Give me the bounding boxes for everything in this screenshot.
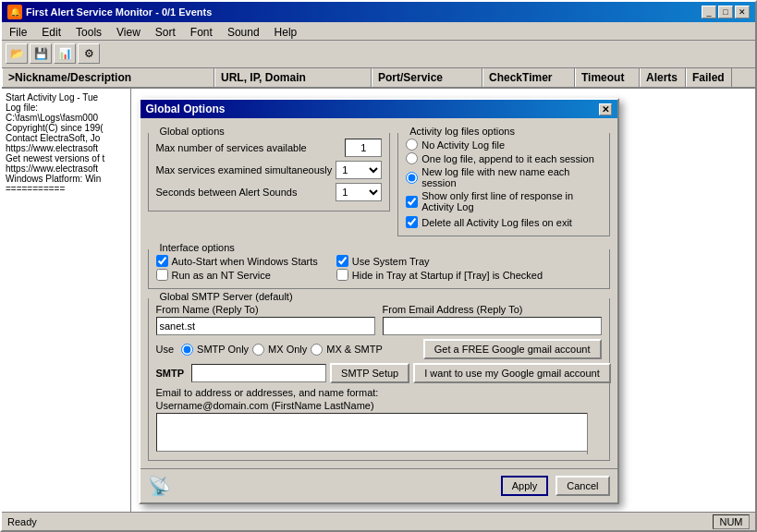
radio-no-log-input[interactable]	[406, 139, 418, 151]
menu-tools[interactable]: Tools	[68, 24, 109, 38]
status-bar: Ready NUM	[2, 512, 755, 530]
from-email-label: From Email Address (Reply To)	[383, 304, 602, 315]
smtp-label: SMTP	[156, 368, 185, 379]
get-gmail-button[interactable]: Get a FREE Google gmail account	[423, 339, 602, 359]
menu-sound[interactable]: Sound	[220, 24, 267, 38]
seconds-alert-label: Seconds between Alert Sounds	[156, 187, 333, 198]
from-name-input[interactable]	[156, 317, 375, 335]
use-label: Use	[156, 344, 175, 355]
activity-log-group: Activity log files options No Activity L…	[397, 126, 609, 236]
dialog-body: Global options Max number of services av…	[140, 118, 617, 468]
menu-font[interactable]: Font	[183, 24, 220, 38]
radio-one-log-input[interactable]	[406, 152, 418, 164]
global-options-label: Global options	[156, 126, 228, 137]
menu-help[interactable]: Help	[267, 24, 305, 38]
col-check: CheckTimer	[482, 68, 575, 87]
toolbar-btn-1[interactable]: 📂	[6, 43, 28, 64]
dialog-close-button[interactable]: ✕	[599, 103, 612, 115]
interface-left: Auto-Start when Windows Starts Run as an…	[156, 255, 318, 283]
dialog-footer: 📡 Apply Cancel	[140, 468, 617, 502]
toolbar-btn-2[interactable]: 💾	[30, 43, 52, 64]
nt-service-check[interactable]	[156, 269, 168, 281]
max-services-input[interactable]	[345, 139, 382, 157]
toolbar-btn-3[interactable]: 📊	[54, 43, 76, 64]
minimize-button[interactable]: _	[702, 6, 716, 18]
menu-edit[interactable]: Edit	[34, 24, 68, 38]
email-scrollbar[interactable]	[587, 413, 602, 454]
mx-only-radio[interactable]	[252, 344, 264, 356]
radio-one-log-label: One log file, append to it each session	[421, 153, 594, 164]
dialog-icon: 📡	[148, 475, 171, 497]
col-url: URL, IP, Domain	[214, 68, 372, 87]
seconds-alert-select[interactable]: 125	[336, 183, 382, 201]
interface-right: Use System Tray Hide in Tray at Startup …	[336, 255, 543, 283]
smtp-only-label: SMTP Only	[197, 344, 249, 355]
hide-tray-check[interactable]	[336, 269, 348, 281]
email-addresses-area	[156, 413, 602, 454]
mx-smtp-radio[interactable]	[311, 344, 323, 356]
title-bar-left: 🔔 First Alert Service Monitor - 0/1 Even…	[7, 5, 212, 19]
main-window: 🔔 First Alert Service Monitor - 0/1 Even…	[0, 0, 757, 532]
status-right: NUM	[713, 514, 750, 529]
radio-no-log: No Activity Log file	[406, 139, 601, 151]
seconds-alert-row: Seconds between Alert Sounds 125	[156, 183, 383, 201]
from-email-input[interactable]	[383, 317, 602, 335]
max-services-row: Max number of services available	[156, 139, 383, 157]
email-format-label: Email to address or addresses, and name …	[156, 387, 602, 398]
i-want-gmail-button[interactable]: I want to use my Google gmail account	[413, 363, 611, 383]
global-options-group: Global options Max number of services av…	[148, 126, 391, 236]
mx-smtp-label: MX & SMTP	[326, 344, 383, 355]
radio-new-log-input[interactable]	[406, 172, 418, 184]
email-addresses-input[interactable]	[156, 413, 602, 452]
menu-bar: File Edit Tools View Sort Font Sound Hel…	[2, 22, 755, 41]
activity-log-box: Activity log files options No Activity L…	[397, 133, 609, 236]
system-tray-label: Use System Tray	[352, 256, 430, 267]
auto-start-row: Auto-Start when Windows Starts	[156, 255, 318, 267]
from-row: From Name (Reply To) From Email Address …	[156, 304, 602, 335]
interface-options-inner: Auto-Start when Windows Starts Run as an…	[156, 255, 602, 283]
cancel-button[interactable]: Cancel	[556, 476, 609, 496]
apply-button[interactable]: Apply	[501, 476, 549, 496]
menu-sort[interactable]: Sort	[148, 24, 183, 38]
max-services-label: Max number of services available	[156, 142, 342, 153]
top-groups: Global options Max number of services av…	[148, 126, 610, 236]
radio-one-log: One log file, append to it each session	[406, 152, 601, 164]
global-options-box: Global options Max number of services av…	[148, 133, 391, 212]
window-title: First Alert Service Monitor - 0/1 Events	[26, 6, 212, 18]
system-tray-check[interactable]	[336, 255, 348, 267]
smtp-only-radio[interactable]	[181, 344, 193, 356]
maximize-button[interactable]: □	[718, 6, 733, 18]
modal-overlay: Global Options ✕ Global options Max numb…	[2, 89, 755, 512]
col-port: Port/Service	[372, 68, 482, 87]
nt-service-row: Run as an NT Service	[156, 269, 318, 281]
title-bar-buttons: _ □ ✕	[702, 6, 750, 18]
check-first-line-label: Show only first line of response in Acti…	[421, 190, 601, 212]
toolbar-btn-4[interactable]: ⚙	[78, 43, 100, 64]
main-content: Start Activity Log - Tue Log file: C:\fa…	[2, 89, 755, 512]
activity-log-label: Activity log files options	[406, 126, 519, 137]
max-simultaneous-select[interactable]: 124	[336, 161, 382, 179]
smtp-setup-button[interactable]: SMTP Setup	[330, 363, 409, 383]
check-delete-logs-label: Delete all Activity Log files on exit	[421, 217, 572, 228]
smtp-use-row: Use SMTP Only MX Only MX & SMTP Get a FR…	[156, 339, 602, 359]
activity-log-radio-group: No Activity Log file One log file, appen…	[406, 139, 601, 230]
num-indicator: NUM	[713, 514, 750, 529]
interface-options-label: Interface options	[156, 242, 238, 253]
close-button[interactable]: ✕	[735, 6, 750, 18]
global-options-dialog: Global Options ✕ Global options Max numb…	[139, 98, 619, 504]
smtp-server-input[interactable]	[191, 364, 326, 382]
status-text: Ready	[7, 516, 37, 527]
from-name-label: From Name (Reply To)	[156, 304, 375, 315]
check-delete-logs-input[interactable]	[406, 216, 418, 228]
menu-view[interactable]: View	[109, 24, 148, 38]
dialog-title-text: Global Options	[146, 103, 226, 115]
interface-options-box: Interface options Auto-Start when Window…	[148, 249, 610, 289]
from-email-group: From Email Address (Reply To)	[383, 304, 602, 335]
menu-file[interactable]: File	[2, 24, 34, 38]
check-first-line-input[interactable]	[406, 196, 418, 208]
dialog-title-bar: Global Options ✕	[140, 100, 617, 118]
hide-tray-row: Hide in Tray at Startup if [Tray] is Che…	[336, 269, 543, 281]
auto-start-check[interactable]	[156, 255, 168, 267]
auto-start-label: Auto-Start when Windows Starts	[172, 256, 318, 267]
from-name-group: From Name (Reply To)	[156, 304, 375, 335]
